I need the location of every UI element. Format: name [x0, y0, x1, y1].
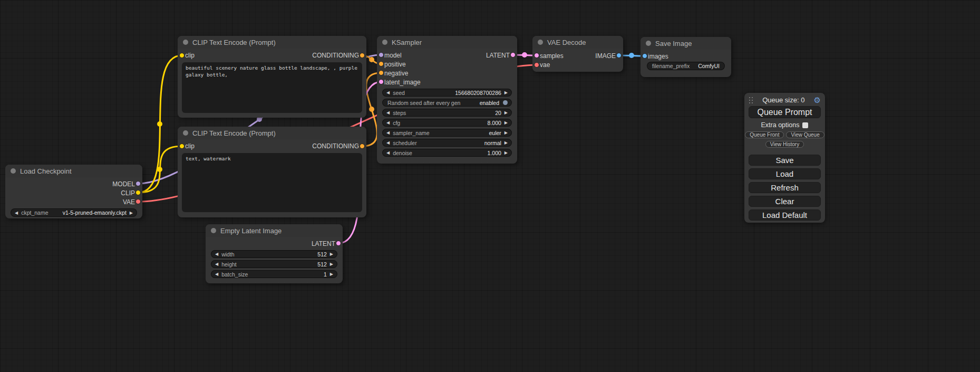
- denoise-widget[interactable]: ◀ denoise 1.000 ▶: [382, 149, 512, 157]
- next-arrow-icon[interactable]: ▶: [504, 120, 508, 125]
- prompt-textarea[interactable]: text, watermark: [182, 153, 362, 212]
- output-slot-model: MODEL: [5, 179, 142, 188]
- node-load-checkpoint[interactable]: Load Checkpoint MODEL CLIP VAE ◀ ckpt_na…: [5, 165, 142, 218]
- widget-value: 8.000: [488, 120, 501, 126]
- node-vae-decode[interactable]: VAE Decode samples IMAGE vae: [532, 36, 623, 72]
- collapse-dot-icon[interactable]: [646, 41, 651, 46]
- node-header[interactable]: CLIP Text Encode (Prompt): [178, 36, 366, 49]
- extra-options-checkbox[interactable]: [802, 122, 808, 128]
- output-slot-vae: VAE: [5, 197, 142, 206]
- next-arrow-icon[interactable]: ▶: [330, 272, 333, 276]
- slot-label: VAE: [123, 198, 135, 206]
- prev-arrow-icon[interactable]: ◀: [215, 262, 218, 266]
- slot-label: CLIP: [121, 189, 135, 197]
- prev-arrow-icon[interactable]: ◀: [386, 140, 390, 145]
- collapse-dot-icon[interactable]: [11, 168, 16, 174]
- node-empty-latent-image[interactable]: Empty Latent Image LATENT ◀ width 512 ▶ …: [206, 224, 343, 283]
- node-clip-text-encode-positive[interactable]: CLIP Text Encode (Prompt) clip CONDITION…: [178, 36, 366, 118]
- output-slot-latent: LATENT: [206, 239, 343, 248]
- widget-label: height: [221, 261, 237, 268]
- refresh-button[interactable]: Refresh: [749, 182, 821, 193]
- view-queue-button[interactable]: View Queue: [786, 131, 824, 138]
- random-seed-toggle-widget[interactable]: Random seed after every gen enabled: [382, 99, 512, 107]
- conditioning-output-label: CONDITIONING: [312, 142, 359, 150]
- batch-size-widget[interactable]: ◀ batch_size 1 ▶: [211, 270, 337, 278]
- queue-prompt-button[interactable]: Queue Prompt: [749, 106, 821, 118]
- prev-arrow-icon[interactable]: ◀: [386, 90, 390, 95]
- prompt-textarea[interactable]: beautiful scenery nature glass bottle la…: [182, 62, 362, 113]
- node-header[interactable]: VAE Decode: [532, 36, 623, 49]
- widget-value: 512: [317, 251, 327, 257]
- node-clip-text-encode-negative[interactable]: CLIP Text Encode (Prompt) clip CONDITION…: [178, 127, 366, 217]
- link-midpoint-dot: [369, 107, 374, 112]
- seed-widget[interactable]: ◀ seed 156680208700286 ▶: [382, 89, 512, 97]
- collapse-dot-icon[interactable]: [538, 40, 543, 45]
- widget-label: scheduler: [393, 140, 417, 146]
- next-arrow-icon[interactable]: ▶: [130, 211, 133, 215]
- node-header[interactable]: CLIP Text Encode (Prompt): [178, 127, 366, 139]
- ckpt-name-widget[interactable]: ◀ ckpt_name v1-5-pruned-emaonly.ckpt ▶: [11, 208, 137, 217]
- drag-handle-icon[interactable]: [749, 97, 753, 103]
- node-title: Save Image: [655, 40, 692, 47]
- view-history-button[interactable]: View History: [765, 141, 804, 148]
- widget-label: batch_size: [221, 271, 248, 278]
- node-title: KSampler: [392, 39, 422, 46]
- link-midpoint-dot: [369, 57, 374, 62]
- next-arrow-icon[interactable]: ▶: [504, 150, 508, 155]
- height-widget[interactable]: ◀ height 512 ▶: [211, 260, 337, 268]
- width-widget[interactable]: ◀ width 512 ▶: [211, 250, 337, 258]
- collapse-dot-icon[interactable]: [382, 40, 387, 45]
- widget-value: 20: [495, 110, 501, 116]
- node-title: Empty Latent Image: [220, 227, 282, 235]
- queue-panel: Queue size: 0 ⚙ Queue Prompt Extra optio…: [744, 93, 825, 223]
- prev-arrow-icon[interactable]: ◀: [386, 110, 390, 115]
- wire-clip-to-negative-encode: [138, 146, 182, 193]
- node-save-image[interactable]: Save Image images filename_prefix ComfyU…: [641, 37, 731, 77]
- prev-arrow-icon[interactable]: ◀: [215, 272, 218, 276]
- widget-label: Random seed after every gen: [387, 100, 460, 106]
- images-input-label: images: [648, 53, 668, 60]
- slot-row: negative: [377, 69, 517, 78]
- filename-prefix-widget[interactable]: filename_prefix ComfyUI: [647, 62, 725, 70]
- next-arrow-icon[interactable]: ▶: [504, 140, 508, 145]
- save-button[interactable]: Save: [749, 155, 821, 166]
- latent-image-input-label: latent_image: [384, 79, 421, 86]
- queue-front-button[interactable]: Queue Front: [745, 131, 784, 138]
- load-default-button[interactable]: Load Default: [749, 209, 821, 221]
- node-header[interactable]: KSampler: [377, 36, 517, 49]
- prev-arrow-icon[interactable]: ◀: [386, 130, 390, 135]
- collapse-dot-icon[interactable]: [183, 40, 188, 45]
- next-arrow-icon[interactable]: ▶: [504, 110, 508, 115]
- load-button[interactable]: Load: [749, 168, 821, 179]
- steps-widget[interactable]: ◀ steps 20 ▶: [382, 109, 512, 117]
- next-arrow-icon[interactable]: ▶: [330, 252, 333, 256]
- node-header[interactable]: Save Image: [641, 37, 731, 50]
- prev-arrow-icon[interactable]: ◀: [15, 211, 18, 215]
- slot-row: images: [641, 52, 731, 61]
- node-ksampler[interactable]: KSampler model LATENT positive negative …: [377, 36, 517, 164]
- cfg-widget[interactable]: ◀ cfg 8.000 ▶: [382, 119, 512, 127]
- node-title: CLIP Text Encode (Prompt): [192, 39, 276, 46]
- next-arrow-icon[interactable]: ▶: [330, 262, 333, 266]
- prev-arrow-icon[interactable]: ◀: [386, 120, 390, 125]
- clip-input-label: clip: [185, 142, 195, 150]
- node-title: VAE Decode: [547, 39, 586, 46]
- settings-gear-icon[interactable]: ⚙: [814, 97, 821, 104]
- sampler-name-widget[interactable]: ◀ sampler_name euler ▶: [382, 129, 512, 137]
- prev-arrow-icon[interactable]: ◀: [215, 252, 218, 256]
- node-header[interactable]: Empty Latent Image: [206, 224, 343, 237]
- widget-value: enabled: [480, 100, 499, 106]
- collapse-dot-icon[interactable]: [211, 228, 216, 233]
- node-header[interactable]: Load Checkpoint: [5, 165, 142, 177]
- next-arrow-icon[interactable]: ▶: [504, 90, 508, 95]
- toggle-dot-icon[interactable]: [503, 100, 508, 105]
- next-arrow-icon[interactable]: ▶: [504, 130, 508, 135]
- clear-button[interactable]: Clear: [749, 196, 821, 207]
- collapse-dot-icon[interactable]: [183, 130, 188, 136]
- widget-value: 1.000: [488, 150, 501, 156]
- widget-label: sampler_name: [393, 130, 429, 136]
- scheduler-widget[interactable]: ◀ scheduler normal ▶: [382, 139, 512, 147]
- prev-arrow-icon[interactable]: ◀: [386, 150, 390, 155]
- latent-output-label: LATENT: [486, 52, 510, 59]
- widget-value: euler: [489, 130, 501, 136]
